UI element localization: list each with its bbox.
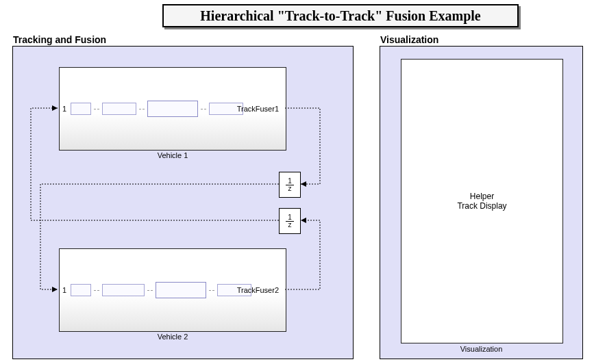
vehicle-2-block[interactable]: 1 TrackFuser2 Vehicle 2 (59, 248, 286, 332)
vehicle-2-caption: Vehicle 2 (60, 333, 286, 341)
vehicle-2-pipeline-icon (71, 282, 251, 298)
tracking-fusion-panel: Tracking and Fusion 1 TrackFuser1 Vehicl… (12, 46, 354, 359)
vehicle-1-fuser-label: TrackFuser1 (237, 105, 279, 113)
vizbox-line2: Track Display (457, 201, 506, 211)
vehicle-1-block[interactable]: 1 TrackFuser1 Vehicle 1 (59, 67, 286, 151)
visualization-caption: Visualization (380, 345, 582, 353)
vehicle-1-caption: Vehicle 1 (60, 151, 286, 159)
vehicle-2-port: 1 (62, 286, 66, 294)
unit-delay-1-block[interactable]: 1z (279, 172, 301, 198)
vehicle-1-port: 1 (62, 105, 66, 113)
stage: Hierarchical "Track-to-Track" Fusion Exa… (0, 0, 594, 364)
delay-1-den: z (288, 185, 292, 192)
tracking-fusion-label: Tracking and Fusion (13, 34, 106, 45)
delay-1-num: 1 (286, 178, 294, 185)
delay-2-num: 1 (286, 214, 294, 222)
svg-marker-0 (301, 181, 306, 187)
vehicle-1-pipeline-icon (71, 101, 243, 117)
unit-delay-2-block[interactable]: 1z (279, 208, 301, 234)
vizbox-line1: Helper (470, 192, 494, 201)
visualization-panel: Visualization Helper Track Display Visua… (380, 46, 583, 359)
svg-marker-3 (52, 105, 58, 111)
delay-2-den: z (288, 222, 292, 229)
diagram-title: Hierarchical "Track-to-Track" Fusion Exa… (162, 4, 519, 27)
svg-marker-1 (52, 287, 58, 292)
helper-track-display-block[interactable]: Helper Track Display (401, 59, 563, 343)
svg-marker-2 (301, 218, 306, 223)
visualization-label: Visualization (380, 34, 438, 45)
vehicle-2-fuser-label: TrackFuser2 (237, 286, 279, 294)
